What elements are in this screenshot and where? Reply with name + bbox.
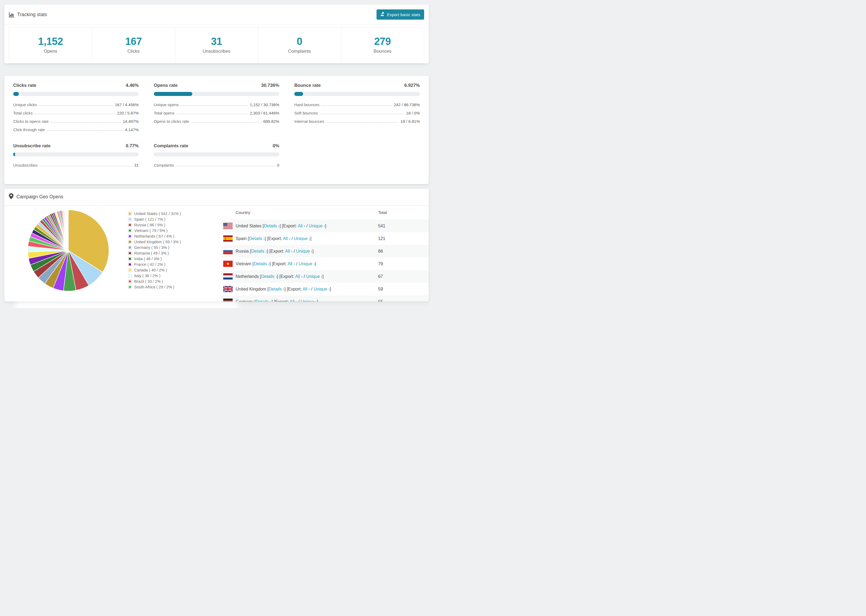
- details-link[interactable]: Details ›: [256, 299, 272, 302]
- legend-item[interactable]: Russia ( 86 / 5% ): [128, 222, 181, 228]
- column-header-country: Country: [221, 210, 378, 215]
- export-all-link[interactable]: All ›: [285, 249, 293, 253]
- legend-item[interactable]: United Kingdom ( 59 / 3% ): [128, 239, 181, 245]
- legend-item[interactable]: Netherlands ( 67 / 4% ): [128, 233, 181, 239]
- stat-value: 0: [258, 36, 341, 47]
- clicks-rate-panel: Clicks rate4.46%Unique clicks167 / 4.456…: [13, 83, 139, 136]
- legend-item[interactable]: Romania ( 49 / 3% ): [128, 250, 181, 256]
- stat-box-clicks: 167Clicks: [92, 27, 175, 63]
- country-cell: Spain [Details ›] [Export: All › / Uniqu…: [233, 236, 378, 241]
- rate-row: Clicks to opens rate14.497%: [13, 119, 139, 124]
- table-row-gb: United Kingdom [Details ›] [Export: All …: [221, 283, 429, 295]
- rate-row: Complaints0: [154, 163, 279, 167]
- rate-value: 30.736%: [261, 83, 279, 88]
- legend-item[interactable]: Brazil ( 33 / 2% ): [128, 278, 181, 284]
- progress-fill: [154, 92, 192, 96]
- total-cell: 79: [378, 261, 429, 266]
- dotted-leader: [176, 166, 275, 167]
- export-unique-link[interactable]: Unique ›: [301, 299, 317, 302]
- legend-swatch: [128, 240, 132, 244]
- legend-item[interactable]: Germany ( 55 / 3% ): [128, 245, 181, 250]
- rate-title: Unsubscribe rate: [13, 143, 50, 149]
- export-unique-link[interactable]: Unique ›: [309, 224, 325, 228]
- legend-swatch: [128, 285, 132, 289]
- stat-box-opens: 1,152Opens: [9, 27, 92, 63]
- dotted-leader: [181, 105, 248, 106]
- stat-value: 1,152: [9, 36, 92, 47]
- rates-card: Clicks rate4.46%Unique clicks167 / 4.456…: [4, 76, 429, 184]
- legend-swatch: [128, 280, 132, 283]
- export-all-link[interactable]: All ›: [290, 299, 297, 302]
- export-all-link[interactable]: All ›: [288, 261, 295, 266]
- table-row-de: Germany [Details ›] [Export: All › / Uni…: [221, 295, 429, 302]
- rate-title: Opens rate: [154, 83, 178, 88]
- progress-fill: [13, 152, 15, 156]
- details-link[interactable]: Details ›: [251, 249, 267, 253]
- export-unique-link[interactable]: Unique ›: [296, 249, 312, 253]
- rate-row: Unique clicks167 / 4.456%: [13, 102, 139, 107]
- flag-de-icon: [223, 299, 233, 302]
- details-link[interactable]: Details ›: [269, 287, 285, 291]
- flag-gb-icon: [223, 286, 233, 292]
- rate-row: Total clicks220 / 5.87%: [13, 111, 139, 115]
- rate-row: Internal bounces19 / 6.81%: [294, 119, 420, 124]
- legend-item[interactable]: Italy ( 36 / 2% ): [128, 273, 181, 278]
- legend-swatch: [128, 234, 132, 238]
- country-cell: Vietnam [Details ›] [Export: All › / Uni…: [233, 261, 378, 266]
- legend-swatch: [128, 223, 132, 227]
- legend-swatch: [128, 212, 132, 215]
- details-link[interactable]: Details ›: [249, 236, 265, 241]
- export-all-link[interactable]: All ›: [298, 224, 305, 228]
- total-cell: 121: [378, 236, 429, 241]
- legend-item[interactable]: Canada ( 40 / 2% ): [128, 267, 181, 273]
- table-row-ru: Russia [Details ›] [Export: All › / Uniq…: [221, 245, 429, 258]
- legend-item[interactable]: France ( 42 / 2% ): [128, 261, 181, 267]
- flag-vn-icon: [223, 261, 233, 267]
- rate-title: Clicks rate: [13, 83, 36, 88]
- export-all-link[interactable]: All ›: [295, 274, 302, 279]
- details-link[interactable]: Details ›: [254, 261, 269, 266]
- details-link[interactable]: Details ›: [261, 274, 277, 279]
- export-basic-stats-button[interactable]: Export basic stats: [376, 9, 424, 20]
- details-link[interactable]: Details ›: [264, 224, 280, 228]
- page-title: Tracking stats: [17, 12, 47, 17]
- pie-slice[interactable]: [68, 210, 68, 250]
- export-unique-link[interactable]: Unique ›: [306, 274, 322, 279]
- country-cell: Germany [Details ›] [Export: All › / Uni…: [233, 299, 378, 302]
- flag-ru-icon: [223, 248, 233, 254]
- export-all-link[interactable]: All ›: [302, 287, 310, 291]
- flag-us-icon: [223, 223, 233, 229]
- export-all-link[interactable]: All ›: [283, 236, 290, 241]
- rates-grid: Clicks rate4.46%Unique clicks167 / 4.456…: [4, 76, 429, 184]
- export-unique-link[interactable]: Unique ›: [313, 287, 330, 291]
- geo-opens-pie-chart[interactable]: [27, 209, 110, 292]
- legend-swatch: [128, 246, 132, 250]
- complaints-rate-panel: Complaints rate0%Complaints0: [154, 143, 279, 171]
- legend-swatch: [128, 274, 132, 278]
- stat-value: 279: [341, 36, 424, 47]
- legend-item[interactable]: South Africa ( 29 / 2% ): [128, 284, 181, 290]
- stat-box-complaints: 0Complaints: [258, 27, 341, 63]
- progress-bar: [13, 152, 139, 156]
- dotted-leader: [47, 130, 123, 131]
- stat-label: Bounces: [341, 49, 424, 54]
- flag-es-icon: [223, 236, 233, 242]
- progress-bar: [13, 92, 139, 96]
- rate-title: Bounce rate: [294, 83, 321, 88]
- country-cell: United States [Details ›] [Export: All ›…: [233, 224, 378, 228]
- stat-label: Complaints: [258, 49, 341, 54]
- legend-item[interactable]: Vietnam ( 79 / 5% ): [128, 228, 181, 233]
- dotted-leader: [50, 122, 121, 123]
- stat-value: 167: [92, 36, 175, 47]
- geo-table-header: Country Total: [221, 206, 429, 220]
- dotted-leader: [321, 105, 392, 106]
- total-cell: 55: [378, 299, 429, 302]
- legend-item[interactable]: United States ( 541 / 31% ): [128, 211, 181, 216]
- opens-rate-panel: Opens rate30.736%Unique opens1,152 / 30.…: [154, 83, 279, 136]
- export-unique-link[interactable]: Unique ›: [299, 261, 315, 266]
- rate-row: Unsubscribes31: [13, 163, 139, 167]
- legend-item[interactable]: India ( 46 / 3% ): [128, 256, 181, 261]
- legend-item[interactable]: Spain ( 121 / 7% ): [128, 216, 181, 222]
- campaign-geo-opens-header: Campaign Geo Opens: [4, 189, 429, 206]
- export-unique-link[interactable]: Unique ›: [294, 236, 310, 241]
